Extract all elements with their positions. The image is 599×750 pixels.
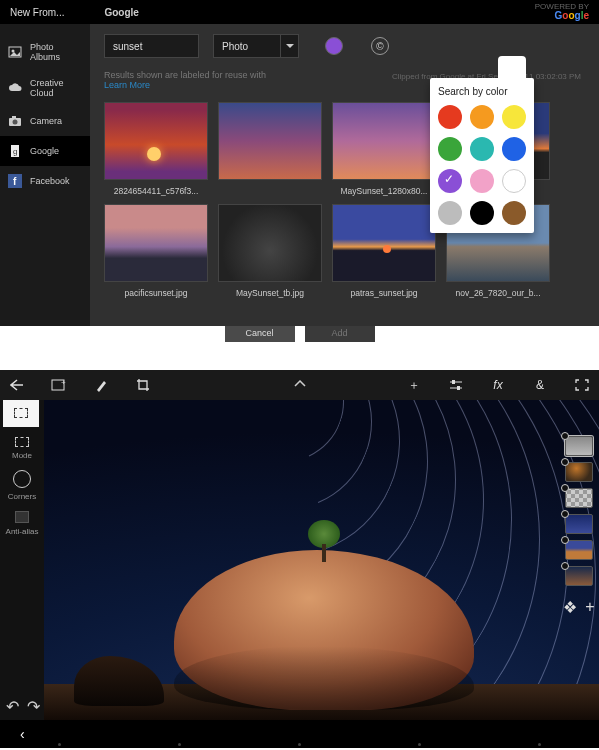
dialog-footer: Cancel Add <box>0 324 599 354</box>
color-swatch[interactable] <box>438 169 462 193</box>
visibility-dot-icon[interactable] <box>561 536 569 544</box>
svg-point-1 <box>12 50 15 53</box>
facebook-icon: f <box>8 174 22 188</box>
brush-icon[interactable] <box>92 376 110 394</box>
result-tile[interactable] <box>218 102 322 196</box>
color-swatch[interactable] <box>470 137 494 161</box>
flyout-title: Search by color <box>438 86 526 97</box>
result-tile[interactable]: MaySunset_tb.jpg <box>218 204 322 298</box>
redo-icon[interactable]: ↷ <box>27 697 40 716</box>
visibility-dot-icon[interactable] <box>561 562 569 570</box>
layer-thumb[interactable] <box>565 566 593 586</box>
add-button[interactable]: Add <box>305 324 375 342</box>
visibility-dot-icon[interactable] <box>561 484 569 492</box>
dialog-header: New From... Google POWERED BY Google <box>0 0 599 24</box>
fullscreen-icon[interactable] <box>573 376 591 394</box>
editor-canvas[interactable] <box>44 400 599 720</box>
nav-back-icon[interactable]: ‹ <box>20 726 25 742</box>
color-flyout: Search by color <box>430 78 534 233</box>
result-caption: nov_26_7820_our_b... <box>446 288 550 298</box>
visibility-dot-icon[interactable] <box>561 432 569 440</box>
color-swatch[interactable] <box>470 105 494 129</box>
cancel-button[interactable]: Cancel <box>225 324 295 342</box>
svg-rect-12 <box>457 386 460 390</box>
layer-thumb[interactable] <box>565 514 593 534</box>
circle-icon <box>13 470 31 488</box>
color-swatch[interactable] <box>502 201 526 225</box>
color-swatch[interactable] <box>502 105 526 129</box>
result-thumb <box>332 102 436 180</box>
license-filter-icon[interactable]: © <box>371 37 389 55</box>
color-swatch-grid <box>438 105 526 225</box>
color-swatch[interactable] <box>470 201 494 225</box>
layer-thumb[interactable] <box>565 488 593 508</box>
result-caption: 2824654411_c576f3... <box>104 186 208 196</box>
add-image-icon[interactable]: + <box>50 376 68 394</box>
sidebar-item-google[interactable]: gGoogle <box>0 136 90 166</box>
result-caption: patras_sunset.jpg <box>332 288 436 298</box>
color-swatch[interactable] <box>438 137 462 161</box>
svg-rect-11 <box>452 380 455 384</box>
crop-icon[interactable] <box>134 376 152 394</box>
corners-tool[interactable]: Corners <box>8 470 36 501</box>
bottom-nav: ‹ <box>0 720 599 748</box>
left-tool-panel: Mode Corners Anti-alias <box>0 400 44 720</box>
color-swatch[interactable] <box>502 169 526 193</box>
svg-rect-4 <box>12 116 16 119</box>
svg-point-3 <box>13 120 18 125</box>
sidebar-item-creative-cloud[interactable]: Creative Cloud <box>0 70 90 106</box>
result-thumb <box>104 102 208 180</box>
powered-by-google: POWERED BY Google <box>535 3 589 21</box>
result-tile[interactable]: patras_sunset.jpg <box>332 204 436 298</box>
layer-thumb[interactable] <box>565 462 593 482</box>
result-caption: MaySunset_tb.jpg <box>218 288 322 298</box>
plus-icon[interactable]: ＋ <box>405 376 423 394</box>
antialias-tool[interactable]: Anti-alias <box>6 511 39 536</box>
source-title: Google <box>104 7 138 18</box>
square-icon <box>15 511 29 523</box>
svg-text:g: g <box>13 147 17 156</box>
sidebar-item-photo-albums[interactable]: Photo Albums <box>0 34 90 70</box>
search-row: Photo © <box>104 34 585 58</box>
color-swatch[interactable] <box>438 105 462 129</box>
result-thumb <box>218 102 322 180</box>
layer-thumb[interactable] <box>565 540 593 560</box>
layer-thumb[interactable] <box>565 436 593 456</box>
editor-panel: + ＋ fx & Mode Corners Anti-alias <box>0 370 599 748</box>
learn-more-link[interactable]: Learn More <box>104 80 150 90</box>
color-filter-button[interactable] <box>325 37 343 55</box>
back-arrow-icon[interactable] <box>8 376 26 394</box>
google-icon: g <box>8 144 22 158</box>
color-swatch[interactable] <box>470 169 494 193</box>
color-swatch[interactable] <box>502 137 526 161</box>
visibility-dot-icon[interactable] <box>561 510 569 518</box>
editor-toolbar: + ＋ fx & <box>0 370 599 400</box>
result-thumb <box>104 204 208 282</box>
fx-icon[interactable]: fx <box>489 376 507 394</box>
marquee-tool[interactable] <box>3 399 39 427</box>
layers-icon[interactable]: ❖ <box>563 598 577 617</box>
chevron-up-icon[interactable] <box>294 380 306 388</box>
svg-text:+: + <box>61 379 66 387</box>
add-layer-icon[interactable]: + <box>585 598 594 617</box>
result-tile[interactable]: 2824654411_c576f3... <box>104 102 208 196</box>
mode-tool[interactable]: Mode <box>12 437 32 460</box>
sidebar-item-camera[interactable]: Camera <box>0 106 90 136</box>
visibility-dot-icon[interactable] <box>561 458 569 466</box>
cloud-icon <box>8 81 22 95</box>
sliders-icon[interactable] <box>447 376 465 394</box>
chevron-down-icon[interactable] <box>281 34 299 58</box>
search-input[interactable] <box>104 34 199 58</box>
results-panel: Photo © Results shown are labeled for re… <box>90 24 599 326</box>
result-tile[interactable]: MaySunset_1280x80... <box>332 102 436 196</box>
sidebar-item-facebook[interactable]: fFacebook <box>0 166 90 196</box>
source-sidebar: Photo AlbumsCreative CloudCameragGooglef… <box>0 24 90 326</box>
ampersand-icon[interactable]: & <box>531 376 549 394</box>
undo-icon[interactable]: ↶ <box>6 697 19 716</box>
result-tile[interactable]: pacificsunset.jpg <box>104 204 208 298</box>
color-swatch[interactable] <box>438 201 462 225</box>
dialog-title: New From... <box>10 7 64 18</box>
camera-icon <box>8 114 22 128</box>
type-select[interactable]: Photo <box>213 34 281 58</box>
result-caption: MaySunset_1280x80... <box>332 186 436 196</box>
